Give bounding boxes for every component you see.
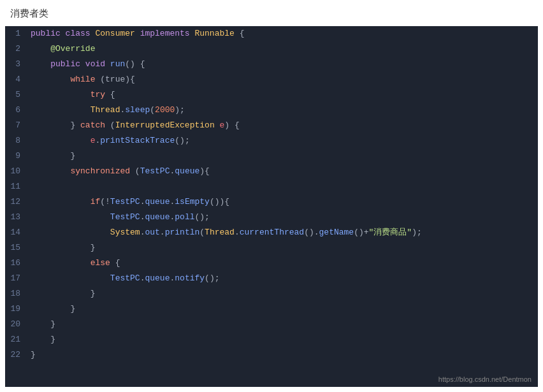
code-token: TestPC xyxy=(110,273,140,283)
code-token: @Override xyxy=(50,44,95,54)
table-row: 11 xyxy=(5,179,538,194)
code-token: ( xyxy=(199,228,205,237)
line-number: 8 xyxy=(5,133,28,149)
code-token: System xyxy=(110,228,140,237)
line-number: 21 xyxy=(5,332,28,347)
code-token: } xyxy=(90,289,96,298)
line-code: synchronized (TestPC.queue){ xyxy=(28,164,538,179)
line-number: 1 xyxy=(5,26,28,41)
line-number: 9 xyxy=(5,149,28,164)
code-token: (); xyxy=(175,136,189,145)
table-row: 1public class Consumer implements Runnab… xyxy=(5,26,538,41)
code-token: TestPC xyxy=(110,197,140,207)
code-token xyxy=(31,90,90,99)
table-row: 12 if(!TestPC.queue.isEmpty()){ xyxy=(5,194,538,210)
table-row: 15 } xyxy=(5,240,538,256)
code-token: { xyxy=(240,29,245,38)
code-token xyxy=(31,319,50,329)
code-table: 1public class Consumer implements Runnab… xyxy=(5,26,538,363)
line-number: 6 xyxy=(5,103,28,118)
code-token xyxy=(31,228,110,237)
code-token: (); xyxy=(205,273,219,283)
code-token: try xyxy=(90,90,110,99)
table-row: 18 } xyxy=(5,286,538,301)
code-token: InterruptedException xyxy=(115,120,220,130)
line-number: 19 xyxy=(5,301,28,317)
code-token: { xyxy=(110,90,115,99)
line-number: 2 xyxy=(5,41,28,57)
code-token: ( xyxy=(135,166,140,176)
table-row: 20 } xyxy=(5,317,538,332)
code-token: ()){ xyxy=(210,197,229,207)
code-token: } xyxy=(50,319,55,329)
table-row: 5 try { xyxy=(5,87,538,103)
code-token: run xyxy=(110,59,125,69)
code-token: notify xyxy=(175,273,205,283)
line-code: try { xyxy=(28,87,538,103)
code-token: (). xyxy=(304,228,319,237)
code-token: sleep xyxy=(125,105,150,115)
code-token: (); xyxy=(195,212,210,222)
line-number: 12 xyxy=(5,194,28,210)
line-number: 16 xyxy=(5,256,28,271)
line-code: else { xyxy=(28,256,538,271)
code-token: if xyxy=(90,197,101,207)
code-token: } xyxy=(90,243,96,252)
code-token xyxy=(31,197,90,207)
code-token: } xyxy=(50,335,55,344)
code-token: implements xyxy=(140,29,195,38)
code-token xyxy=(31,212,110,222)
line-code: TestPC.queue.poll(); xyxy=(28,210,538,225)
table-row: 8 e.printStackTrace(); xyxy=(5,133,538,149)
table-row: 7 } catch (InterruptedException e) { xyxy=(5,118,538,133)
line-code: TestPC.queue.notify(); xyxy=(28,271,538,286)
line-code: public class Consumer implements Runnabl… xyxy=(28,26,538,41)
code-token: public xyxy=(50,59,85,69)
table-row: 22} xyxy=(5,347,538,363)
code-token: queue xyxy=(145,273,170,283)
code-token: currentThread xyxy=(240,228,304,237)
code-token: getName xyxy=(319,228,354,237)
code-token: ){ xyxy=(199,166,210,176)
table-row: 17 TestPC.queue.notify(); xyxy=(5,271,538,286)
code-token: . xyxy=(235,228,240,237)
code-token: ); xyxy=(412,228,422,237)
code-token: queue xyxy=(145,197,170,207)
code-token: 2000 xyxy=(155,105,175,115)
line-number: 7 xyxy=(5,118,28,133)
line-number: 3 xyxy=(5,57,28,72)
line-code: while (true){ xyxy=(28,72,538,87)
code-token: catch xyxy=(80,120,110,130)
code-token: ( xyxy=(110,120,115,130)
code-token xyxy=(31,166,70,176)
code-token xyxy=(31,136,90,145)
code-token: else xyxy=(90,258,115,268)
line-code: System.out.println(Thread.currentThread(… xyxy=(28,225,538,240)
code-token xyxy=(31,335,50,344)
code-token: Thread xyxy=(205,228,235,237)
code-token: TestPC xyxy=(110,212,140,222)
line-number: 20 xyxy=(5,317,28,332)
code-token: out xyxy=(145,228,159,237)
code-token: printStackTrace xyxy=(100,136,175,145)
line-number: 5 xyxy=(5,87,28,103)
line-code: } xyxy=(28,317,538,332)
code-token: poll xyxy=(175,212,194,222)
code-token: . xyxy=(160,228,165,237)
code-token xyxy=(31,304,70,314)
line-number: 10 xyxy=(5,164,28,179)
code-token: void xyxy=(85,59,110,69)
code-token: public xyxy=(31,29,66,38)
code-token xyxy=(31,243,90,252)
table-row: 21 } xyxy=(5,332,538,347)
code-token xyxy=(31,59,50,69)
code-token xyxy=(31,44,50,54)
code-token: () { xyxy=(125,59,145,69)
code-token xyxy=(31,273,110,283)
table-row: 2 @Override xyxy=(5,41,538,57)
table-row: 6 Thread.sleep(2000); xyxy=(5,103,538,118)
line-number: 18 xyxy=(5,286,28,301)
table-row: 13 TestPC.queue.poll(); xyxy=(5,210,538,225)
code-token: (! xyxy=(100,197,110,207)
code-token: ()+ xyxy=(354,228,368,237)
